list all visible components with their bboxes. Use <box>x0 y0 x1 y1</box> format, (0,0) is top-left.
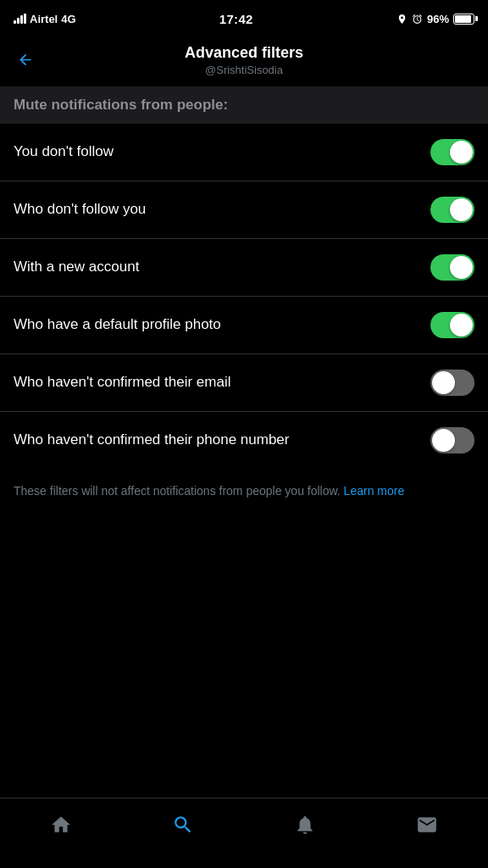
section-header: Mute notifications from people: <box>0 86 488 124</box>
carrier-label: Airtel <box>30 13 58 25</box>
toggle-5[interactable] <box>430 370 474 396</box>
battery-icon <box>453 14 474 25</box>
location-icon <box>396 14 408 25</box>
list-item: With a new account <box>0 239 488 297</box>
alarm-icon <box>412 14 423 25</box>
item-label-2: Who don't follow you <box>14 200 430 219</box>
tab-messages[interactable] <box>402 806 452 843</box>
item-label-5: Who haven't confirmed their email <box>14 373 430 392</box>
search-icon <box>172 814 194 836</box>
header-title-group: Advanced filters @SrishtiSisodia <box>185 44 303 76</box>
page-title: Advanced filters <box>185 44 303 63</box>
messages-icon <box>416 814 438 836</box>
status-bar: Airtel 4G 17:42 96% <box>0 0 488 37</box>
toggle-3[interactable] <box>430 254 474 281</box>
toggle-thumb-6 <box>432 429 455 452</box>
list-item: Who haven't confirmed their email <box>0 354 488 412</box>
footer-text: These filters will not affect notificati… <box>14 484 341 498</box>
toggle-thumb-2 <box>450 198 473 221</box>
status-right: 96% <box>396 13 474 25</box>
battery-percent: 96% <box>427 13 449 25</box>
item-label-3: With a new account <box>14 258 430 276</box>
item-label-1: You don't follow <box>14 142 430 161</box>
status-time: 17:42 <box>219 12 253 26</box>
tab-bar <box>0 798 488 868</box>
toggle-thumb-3 <box>450 256 473 279</box>
back-button[interactable] <box>14 47 37 75</box>
toggle-thumb-4 <box>450 314 473 337</box>
learn-more-link[interactable]: Learn more <box>344 484 405 498</box>
toggle-4[interactable] <box>430 312 474 338</box>
status-left: Airtel 4G <box>14 13 76 25</box>
nav-header: Advanced filters @SrishtiSisodia <box>0 37 488 86</box>
item-label-4: Who have a default profile photo <box>14 315 430 334</box>
list-item: Who don't follow you <box>0 181 488 239</box>
list-item: Who have a default profile photo <box>0 297 488 354</box>
tab-search[interactable] <box>158 806 208 843</box>
settings-list: You don't follow Who don't follow you Wi… <box>0 124 488 469</box>
toggle-1[interactable] <box>430 139 474 165</box>
toggle-thumb-5 <box>432 371 455 394</box>
page-content: Mute notifications from people: You don'… <box>0 86 488 587</box>
item-label-6: Who haven't confirmed their phone number <box>14 431 430 449</box>
tab-notifications[interactable] <box>280 806 330 843</box>
footer-note: These filters will not affect notificati… <box>0 469 488 517</box>
toggle-6[interactable] <box>430 427 474 453</box>
toggle-thumb-1 <box>450 141 473 164</box>
toggle-2[interactable] <box>430 197 474 223</box>
list-item: You don't follow <box>0 124 488 181</box>
list-item: Who haven't confirmed their phone number <box>0 412 488 469</box>
account-subtitle: @SrishtiSisodia <box>185 64 303 76</box>
home-icon <box>50 814 72 836</box>
network-label: 4G <box>61 13 75 25</box>
notifications-icon <box>294 814 316 836</box>
signal-icon <box>14 14 26 24</box>
tab-home[interactable] <box>36 806 86 843</box>
